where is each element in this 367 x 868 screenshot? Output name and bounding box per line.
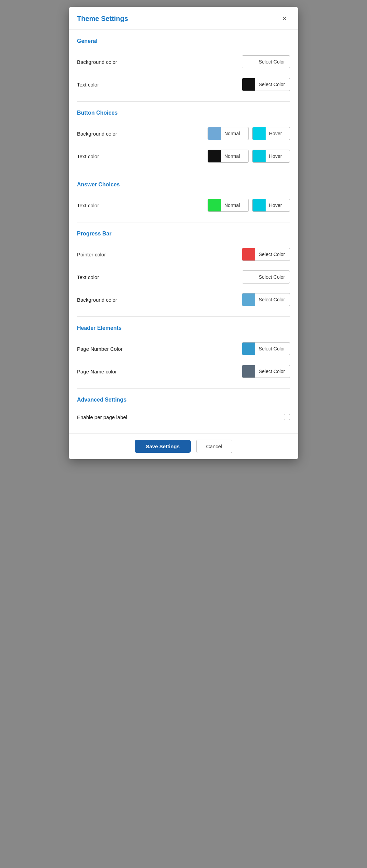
section-title-button-choices: Button Choices (77, 110, 290, 116)
select-color-btn-button-text-normal[interactable]: Normal (208, 150, 249, 163)
section-title-progress-bar: Progress Bar (77, 231, 290, 237)
label-header-page-number-color: Page Number Color (77, 346, 123, 352)
label-general-text-color: Text color (77, 82, 99, 88)
label-progress-pointer-color: Pointer color (77, 252, 106, 257)
controls-header-page-name-color: Select Color (242, 365, 290, 378)
theme-settings-modal: Theme Settings × General Background colo… (69, 7, 298, 459)
save-settings-button[interactable]: Save Settings (135, 440, 190, 453)
section-general: General Background color Select Color Te… (77, 30, 290, 99)
label-btn-general-text: Select Color (255, 82, 288, 87)
swatch-general-bg (242, 56, 255, 68)
label-btn-progress-pointer: Select Color (255, 252, 288, 257)
field-button-text-color: Text color Normal Hover (77, 145, 290, 167)
label-general-bg-color: Background color (77, 59, 117, 65)
controls-progress-text-color: Select Color (242, 270, 290, 283)
field-progress-bg-color: Background color Select Color (77, 288, 290, 311)
select-color-btn-progress-text[interactable]: Select Color (242, 270, 290, 283)
label-header-page-name-color: Page Name color (77, 369, 117, 374)
label-btn-button-bg-hover: Hover (266, 131, 285, 136)
close-button[interactable]: × (279, 13, 290, 24)
modal-footer: Save Settings Cancel (69, 433, 298, 459)
label-btn-progress-bg: Select Color (255, 297, 288, 302)
label-btn-header-page-name: Select Color (255, 369, 288, 374)
controls-button-bg-color: Normal Hover (208, 127, 290, 140)
section-title-general: General (77, 38, 290, 44)
field-header-page-name-color: Page Name color Select Color (77, 360, 290, 383)
section-title-answer-choices: Answer Choices (77, 182, 290, 188)
label-btn-header-page-number: Select Color (255, 346, 288, 351)
section-progress-bar: Progress Bar Pointer color Select Color … (77, 222, 290, 314)
label-progress-text-color: Text color (77, 274, 99, 280)
controls-general-bg-color: Select Color (242, 55, 290, 68)
swatch-answer-text-hover (253, 199, 266, 211)
modal-header: Theme Settings × (69, 7, 298, 30)
label-button-text-color: Text color (77, 153, 99, 159)
select-color-btn-header-page-name[interactable]: Select Color (242, 365, 290, 378)
swatch-answer-text-normal (208, 199, 221, 211)
controls-button-text-color: Normal Hover (208, 150, 290, 163)
select-color-btn-button-text-hover[interactable]: Hover (252, 150, 290, 163)
swatch-button-bg-normal (208, 127, 221, 140)
section-header-elements: Header Elements Page Number Color Select… (77, 317, 290, 385)
swatch-general-text (242, 78, 255, 91)
bottom-spacer (77, 428, 290, 433)
label-answer-text-color: Text color (77, 202, 99, 208)
select-color-btn-progress-bg[interactable]: Select Color (242, 293, 290, 306)
section-title-header-elements: Header Elements (77, 325, 290, 331)
label-button-bg-color: Background color (77, 131, 117, 137)
label-btn-answer-text-hover: Hover (266, 202, 285, 208)
swatch-header-page-name (242, 365, 255, 378)
cancel-button-footer[interactable]: Cancel (196, 440, 232, 453)
swatch-progress-pointer (242, 248, 255, 261)
checkbox-enable-per-page-label[interactable] (284, 414, 290, 420)
label-btn-general-bg: Select Color (255, 59, 288, 65)
swatch-button-text-normal (208, 150, 221, 162)
field-progress-pointer-color: Pointer color Select Color (77, 243, 290, 266)
label-btn-button-bg-normal: Normal (221, 131, 243, 136)
swatch-header-page-number (242, 343, 255, 355)
select-color-btn-answer-text-hover[interactable]: Hover (252, 199, 290, 212)
controls-progress-pointer-color: Select Color (242, 248, 290, 261)
section-title-advanced-settings: Advanced Settings (77, 397, 290, 403)
field-general-bg-color: Background color Select Color (77, 50, 290, 73)
swatch-progress-text (242, 271, 255, 283)
controls-header-page-number-color: Select Color (242, 342, 290, 355)
select-color-btn-button-bg-normal[interactable]: Normal (208, 127, 249, 140)
swatch-button-text-hover (253, 150, 266, 162)
select-color-btn-progress-pointer[interactable]: Select Color (242, 248, 290, 261)
section-button-choices: Button Choices Background color Normal H… (77, 102, 290, 170)
label-btn-button-text-hover: Hover (266, 153, 285, 159)
label-enable-per-page-label: Enable per page label (77, 414, 127, 420)
field-answer-text-color: Text color Normal Hover (77, 194, 290, 217)
controls-general-text-color: Select Color (242, 78, 290, 91)
select-color-btn-header-page-number[interactable]: Select Color (242, 342, 290, 355)
select-color-btn-general-text[interactable]: Select Color (242, 78, 290, 91)
section-answer-choices: Answer Choices Text color Normal Hover (77, 173, 290, 219)
select-color-btn-general-bg[interactable]: Select Color (242, 55, 290, 68)
label-btn-answer-text-normal: Normal (221, 202, 243, 208)
swatch-progress-bg (242, 293, 255, 306)
field-general-text-color: Text color Select Color (77, 73, 290, 96)
select-color-btn-button-bg-hover[interactable]: Hover (252, 127, 290, 140)
select-color-btn-answer-text-normal[interactable]: Normal (208, 199, 249, 212)
section-advanced-settings: Advanced Settings Enable per page label (77, 389, 290, 428)
modal-title: Theme Settings (77, 15, 128, 23)
controls-answer-text-color: Normal Hover (208, 199, 290, 212)
modal-body: General Background color Select Color Te… (69, 30, 298, 433)
controls-progress-bg-color: Select Color (242, 293, 290, 306)
field-progress-text-color: Text color Select Color (77, 266, 290, 288)
field-enable-per-page-label: Enable per page label (77, 409, 290, 425)
label-btn-progress-text: Select Color (255, 274, 288, 280)
swatch-button-bg-hover (253, 127, 266, 140)
field-header-page-number-color: Page Number Color Select Color (77, 337, 290, 360)
field-button-bg-color: Background color Normal Hover (77, 122, 290, 145)
label-progress-bg-color: Background color (77, 297, 117, 303)
label-btn-button-text-normal: Normal (221, 153, 243, 159)
